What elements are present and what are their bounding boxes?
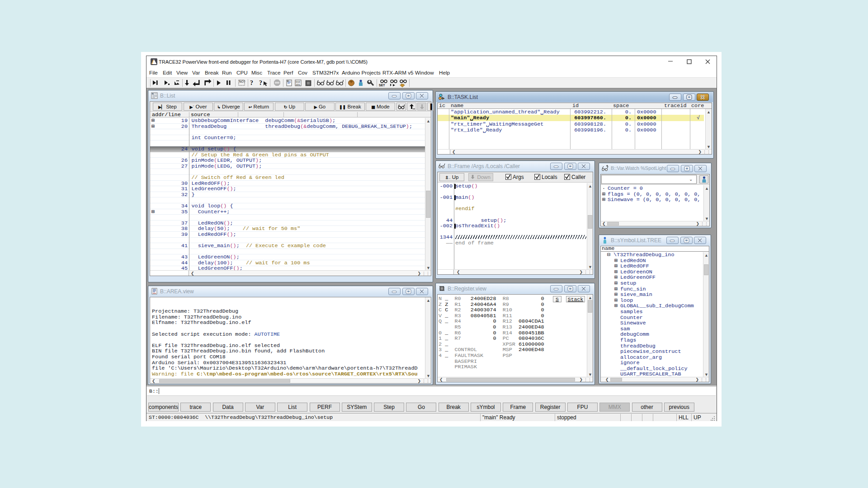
svg-text:101: 101 [296, 83, 301, 86]
svg-text:SET: SET [379, 84, 385, 87]
svg-text:?: ? [259, 80, 262, 86]
svg-text:?: ? [250, 80, 253, 86]
svg-text:NO?: NO? [239, 80, 245, 83]
